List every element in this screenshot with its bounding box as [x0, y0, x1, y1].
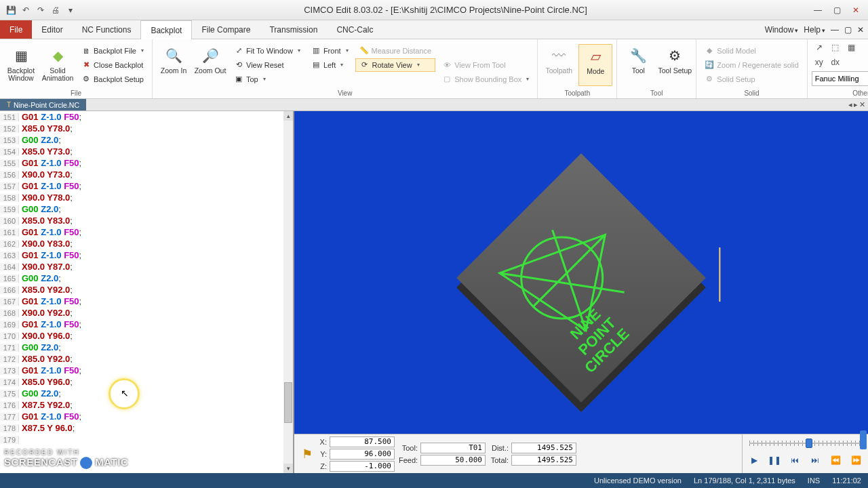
code-line[interactable]: 156X90.0 Y73.0;	[0, 169, 283, 180]
code-line[interactable]: 159G00 Z2.0;	[0, 203, 283, 215]
code-line[interactable]: 170X90.0 Y96.0;	[0, 330, 283, 342]
code-line[interactable]: 172X85.0 Y92.0;	[0, 353, 283, 365]
bounding-box-button[interactable]: ▢Show Bounding Box	[438, 73, 533, 86]
other-opt-1[interactable]: ↗	[812, 41, 827, 54]
mdi-restore-icon[interactable]: ▢	[844, 25, 852, 35]
maximize-button[interactable]: ▢	[829, 3, 845, 17]
fast-fwd-button[interactable]: ⏩	[848, 453, 863, 467]
y-value: 96.000	[330, 449, 395, 460]
scroll-thumb[interactable]	[284, 382, 292, 423]
tab-file[interactable]: File	[0, 20, 32, 39]
backplot-setup-button[interactable]: ⚙Backplot Setup	[77, 73, 148, 86]
tab-prev-icon[interactable]: ◂	[848, 100, 852, 109]
mdi-close-icon[interactable]: ✕	[857, 25, 864, 35]
window-menu[interactable]: Window	[765, 25, 799, 35]
code-scrollbar[interactable]: ▴ ▾	[283, 111, 293, 473]
mode-button[interactable]: ▱Mode	[578, 44, 612, 86]
code-line[interactable]: 178X87.5 Y 96.0;	[0, 422, 283, 434]
front-view-button[interactable]: ▥Front	[307, 44, 353, 58]
code-line[interactable]: 151G01 Z-1.0 F50;	[0, 111, 283, 123]
measure-distance-button[interactable]: 📏Measure Distance	[355, 44, 436, 58]
step-fwd-button[interactable]: ⏭	[808, 453, 823, 467]
code-line[interactable]: 169G01 Z-1.0 F50;	[0, 319, 283, 330]
other-opt-4[interactable]: xy	[812, 56, 827, 69]
play-button[interactable]: ▶	[747, 453, 762, 467]
progress-thumb[interactable]	[860, 430, 867, 449]
mdi-minimize-icon[interactable]: —	[831, 25, 839, 35]
code-line[interactable]: 167G01 Z-1.0 F50;	[0, 296, 283, 307]
zoom-out-button[interactable]: 🔎Zoom Out	[193, 44, 227, 86]
machine-combo[interactable]: Fanuc Milling▾	[812, 71, 868, 86]
code-line[interactable]: 162X90.0 Y83.0;	[0, 238, 283, 249]
code-line[interactable]: 166X85.0 Y92.0;	[0, 284, 283, 296]
tab-next-icon[interactable]: ▸	[854, 100, 858, 109]
tab-editor[interactable]: Editor	[32, 20, 72, 39]
code-line[interactable]: 176X87.5 Y92.0;	[0, 399, 283, 411]
other-opt-6[interactable]	[844, 56, 859, 69]
code-line[interactable]: 161G01 Z-1.0 F50;	[0, 226, 283, 238]
top-view-button[interactable]: ▣Top	[230, 73, 304, 86]
left-view-button[interactable]: ▤Left	[307, 58, 353, 72]
tab-cnc-calc[interactable]: CNC-Calc	[327, 20, 382, 39]
minimize-button[interactable]: —	[810, 3, 826, 17]
code-line[interactable]: 164X90.0 Y87.0;	[0, 261, 283, 272]
qat-print-icon[interactable]: 🖨	[50, 5, 61, 16]
backplot-file-button[interactable]: 🗎Backplot File	[77, 44, 148, 58]
fast-back-button[interactable]: ⏪	[828, 453, 843, 467]
code-line[interactable]: 160X85.0 Y83.0;	[0, 215, 283, 226]
help-menu[interactable]: Help	[804, 25, 825, 35]
zoom-regen-button[interactable]: 🔄Zoom / Regenerate solid	[701, 58, 802, 72]
code-line[interactable]: 168X90.0 Y92.0;	[0, 307, 283, 319]
progress-slider[interactable]	[745, 437, 865, 449]
other-opt-5[interactable]: dx	[828, 56, 843, 69]
tool-label: Tool:	[399, 444, 419, 452]
code-line[interactable]: 171G00 Z2.0;	[0, 342, 283, 353]
other-opt-3[interactable]: ▦	[844, 41, 859, 54]
backplot-window-button[interactable]: ▦ Backplot Window	[4, 44, 38, 86]
step-back-button[interactable]: ⏮	[787, 453, 802, 467]
solid-animation-button[interactable]: ◆ Solid Animation	[41, 44, 75, 86]
code-line[interactable]: 165G00 Z2.0;	[0, 272, 283, 284]
code-editor[interactable]: 151G01 Z-1.0 F50;152X85.0 Y78.0;153G00 Z…	[0, 111, 294, 473]
tab-close-icon[interactable]: ✕	[859, 100, 865, 109]
code-line[interactable]: 174X85.0 Y96.0;	[0, 376, 283, 388]
tool-button[interactable]: 🔧Tool	[621, 44, 655, 86]
qat-save-icon[interactable]: 💾	[5, 5, 16, 16]
speed-thumb[interactable]	[806, 439, 812, 448]
code-line[interactable]: 175G00 Z2.0;	[0, 388, 283, 399]
code-line[interactable]: 157G01 Z-1.0 F50;	[0, 180, 283, 192]
code-line[interactable]: 154X85.0 Y73.0;	[0, 146, 283, 157]
code-line[interactable]: 153G00 Z2.0;	[0, 134, 283, 146]
solid-model-button[interactable]: ◆Solid Model	[701, 44, 802, 58]
tool-setup-button[interactable]: ⚙Tool Setup	[658, 44, 692, 86]
view-reset-button[interactable]: ⟲View Reset	[230, 58, 304, 72]
other-opt-2[interactable]: ⬚	[828, 41, 843, 54]
tab-transmission[interactable]: Transmission	[260, 20, 327, 39]
qat-undo-icon[interactable]: ↶	[20, 5, 31, 16]
code-line[interactable]: 158X90.0 Y78.0;	[0, 192, 283, 203]
tab-backplot[interactable]: Backplot	[140, 20, 192, 39]
close-backplot-button[interactable]: ✖Close Backplot	[77, 58, 148, 72]
solid-setup-button[interactable]: ⚙Solid Setup	[701, 73, 802, 86]
scroll-down-icon[interactable]: ▾	[283, 464, 293, 473]
toolpath-button[interactable]: 〰Toolpath	[542, 44, 576, 86]
code-line[interactable]: 173G01 Z-1.0 F50;	[0, 365, 283, 376]
tab-file-compare[interactable]: File Compare	[192, 20, 260, 39]
close-button[interactable]: ✕	[848, 3, 864, 17]
qat-redo-icon[interactable]: ↷	[35, 5, 46, 16]
pause-button[interactable]: ❚❚	[767, 453, 782, 467]
scroll-up-icon[interactable]: ▴	[283, 111, 293, 121]
code-line[interactable]: 177G01 Z-1.0 F50;	[0, 411, 283, 422]
fit-window-button[interactable]: ⤢Fit To Window	[230, 44, 304, 58]
tab-nc-functions[interactable]: NC Functions	[73, 20, 141, 39]
backplot-viewport[interactable]: NINE POINT CIRCLE ⚑ X:87.500 Y:96.000 Z:…	[294, 111, 868, 473]
code-line[interactable]: 152X85.0 Y78.0;	[0, 123, 283, 134]
code-line[interactable]: 179	[0, 434, 283, 445]
document-tab[interactable]: T Nine-Point Circle.NC	[0, 99, 86, 110]
qat-more-icon[interactable]: ▾	[65, 5, 76, 16]
zoom-in-button[interactable]: 🔍Zoom In	[157, 44, 191, 86]
rotate-view-button[interactable]: ⟳Rotate View	[355, 58, 436, 72]
view-from-tool-button[interactable]: 👁View From Tool	[438, 58, 533, 72]
code-line[interactable]: 155G01 Z-1.0 F50;	[0, 157, 283, 169]
code-line[interactable]: 163G01 Z-1.0 F50;	[0, 249, 283, 261]
